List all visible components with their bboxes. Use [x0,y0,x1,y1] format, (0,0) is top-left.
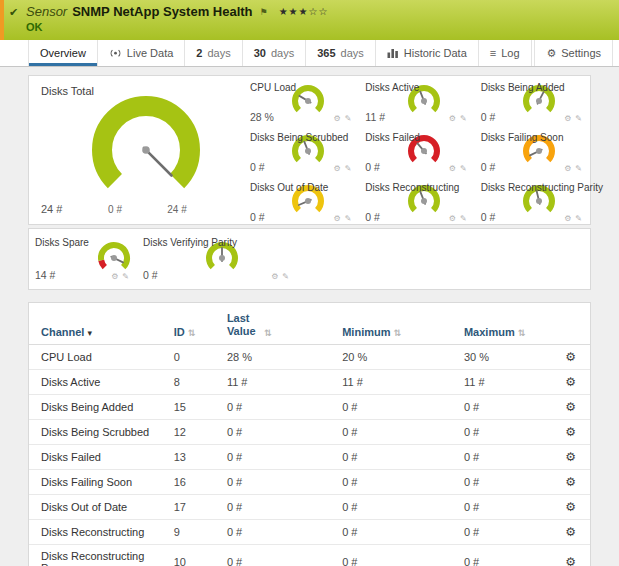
sort-both-icon: ⇅ [518,328,526,338]
channels-table-panel: Channel▾ ID⇅ Last Value⇅ Minimum⇅ Maximu… [28,302,591,566]
tab-log[interactable]: ≡Log [479,40,532,66]
channel-maximum: 0 # [456,395,557,420]
col-channel[interactable]: Channel▾ [29,303,166,345]
gauge-title: Disks Spare [35,237,89,248]
sensor-type-label: Sensor [26,4,67,20]
gauge-settings-icon[interactable]: ⚙ [564,114,571,123]
channel-row-disks-active[interactable]: Disks Active811 #11 #11 #⚙ [29,370,590,395]
gauge-value: 0 # [481,211,496,223]
col-last-value[interactable]: Last Value⇅ [219,303,334,345]
gauge-edit-icon[interactable]: ✎ [460,214,467,223]
channel-settings-icon[interactable]: ⚙ [565,350,576,364]
gauge-title: Disks Being Added [481,82,565,93]
channel-row-disks-failed[interactable]: Disks Failed130 #0 #0 #⚙ [29,445,590,470]
gauge-settings-icon[interactable]: ⚙ [333,164,340,173]
channel-row-cpu-load[interactable]: CPU Load028 %20 %30 %⚙ [29,345,590,370]
channel-last-value: 0 # [219,470,334,495]
gauge-edit-icon[interactable]: ✎ [575,214,582,223]
sort-both-icon: ⇅ [264,328,272,338]
tab-2-days[interactable]: 2days [185,40,242,66]
gauge-title: Disks Active [365,82,419,93]
tab-overview[interactable]: Overview [28,40,98,66]
status-badge: OK [26,21,43,33]
gauge-edit-icon[interactable]: ✎ [345,164,352,173]
tab-settings[interactable]: ⚙Settings [534,40,613,66]
channel-maximum: 0 # [456,420,557,445]
col-label: Maximum [464,326,515,338]
channel-settings-icon[interactable]: ⚙ [565,555,576,566]
priority-stars[interactable]: ★★★☆☆ [279,4,329,20]
gauge-settings-icon[interactable]: ⚙ [333,114,340,123]
channel-row-disks-being-scrubbed[interactable]: Disks Being Scrubbed120 #0 #0 #⚙ [29,420,590,445]
gauge-value: 24 # [41,203,62,215]
gauge-edit-icon[interactable]: ✎ [575,114,582,123]
channel-settings-icon[interactable]: ⚙ [565,500,576,514]
channel-settings-icon[interactable]: ⚙ [565,525,576,539]
gauge-disks-spare: Disks Spare14 #⚙✎ [29,229,137,289]
live-data-icon [109,48,122,59]
channel-settings-icon[interactable]: ⚙ [565,375,576,389]
channel-minimum: 0 # [334,545,456,566]
channel-settings-icon[interactable]: ⚙ [565,425,576,439]
channel-row-disks-failing-soon[interactable]: Disks Failing Soon160 #0 #0 #⚙ [29,470,590,495]
col-actions [557,303,590,345]
status-line: OK [26,21,611,33]
channel-last-value: 0 # [219,545,334,566]
gauge-scale-max: 24 # [167,204,186,215]
prtg-sensor-page: ✔ Sensor SNMP NetApp System Health ⚑ ★★★… [0,0,619,566]
tab-number: 365 [317,47,335,59]
gauge-disks-reconstructing-parity: Disks Reconstructing Parity0 #⚙✎ [475,176,590,226]
channel-minimum: 0 # [334,420,456,445]
gauge-disks-out-of-date: Disks Out of Date0 #⚙✎ [244,176,359,226]
channel-id: 15 [166,395,219,420]
gauge-settings-icon[interactable]: ⚙ [449,114,456,123]
col-maximum[interactable]: Maximum⇅ [456,303,557,345]
tab-365-days[interactable]: 365days [306,40,376,66]
gauge-value: 0 # [481,161,496,173]
gauge-edit-icon[interactable]: ✎ [460,114,467,123]
gauge-settings-icon[interactable]: ⚙ [449,214,456,223]
channel-settings-icon[interactable]: ⚙ [565,475,576,489]
channel-settings-icon[interactable]: ⚙ [565,400,576,414]
gauge-edit-icon[interactable]: ✎ [460,164,467,173]
gauge-disks-being-scrubbed: Disks Being Scrubbed0 #⚙✎ [244,126,359,176]
gauge-edit-icon[interactable]: ✎ [122,272,129,281]
gauge-edit-icon[interactable]: ✎ [575,164,582,173]
tab-label: Live Data [127,47,173,59]
tab-historic-data[interactable]: Historic Data [376,40,479,66]
channel-maximum: 0 # [456,520,557,545]
channel-row-disks-being-added[interactable]: Disks Being Added150 #0 #0 #⚙ [29,395,590,420]
gauge-settings-icon[interactable]: ⚙ [111,272,118,281]
gauge-edit-icon[interactable]: ✎ [345,214,352,223]
channel-row-disks-out-of-date[interactable]: Disks Out of Date170 #0 #0 #⚙ [29,495,590,520]
sensor-title-line: Sensor SNMP NetApp System Health ⚑ ★★★☆☆ [26,4,611,20]
gauge-edit-icon[interactable]: ✎ [282,272,289,281]
tab-30-days[interactable]: 30days [243,40,307,66]
channel-id: 0 [166,345,219,370]
gauge-value: 0 # [250,161,265,173]
channel-settings-icon[interactable]: ⚙ [565,450,576,464]
gauge-dial [85,239,143,275]
gauge-title: Disks Out of Date [250,182,328,193]
tab-live-data[interactable]: Live Data [98,40,185,66]
gauge-settings-icon[interactable]: ⚙ [333,214,340,223]
gauge-disks-total: Disks Total 24 # 0 # 24 # [29,76,244,224]
gauge-value: 0 # [481,111,496,123]
gauge-settings-icon[interactable]: ⚙ [271,272,278,281]
channel-name: Disks Being Scrubbed [29,420,166,445]
channel-name: Disks Failing Soon [29,470,166,495]
channel-row-disks-reconstructing[interactable]: Disks Reconstructing90 #0 #0 #⚙ [29,520,590,545]
channel-actions: ⚙ [557,420,590,445]
channel-name: CPU Load [29,345,166,370]
tab-word: days [341,47,364,59]
gauge-settings-icon[interactable]: ⚙ [449,164,456,173]
channel-row-disks-reconstructing-p[interactable]: Disks Reconstructing P...100 #0 #0 #⚙ [29,545,590,566]
gauge-edit-icon[interactable]: ✎ [345,114,352,123]
flag-icon: ⚑ [260,4,268,20]
gauge-settings-icon[interactable]: ⚙ [564,164,571,173]
gauge-dial-container [71,90,221,206]
col-id[interactable]: ID⇅ [166,303,219,345]
col-minimum[interactable]: Minimum⇅ [334,303,456,345]
gauge-settings-icon[interactable]: ⚙ [564,214,571,223]
sort-both-icon: ⇅ [188,328,196,338]
